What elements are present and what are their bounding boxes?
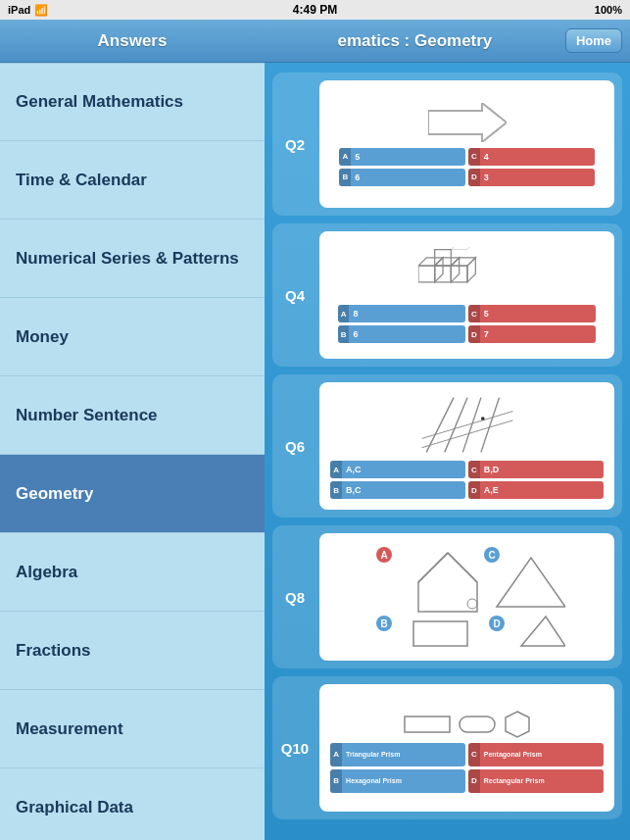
sidebar: General Mathematics Time & Calendar Nume… <box>0 63 265 840</box>
q8-svg: A C B D <box>369 543 565 651</box>
sidebar-item-number-sentence[interactable]: Number Sentence <box>0 376 265 455</box>
sidebar-item-fractions[interactable]: Fractions <box>0 612 265 690</box>
q8-content: A C B D <box>319 539 614 655</box>
question-label-q2: Q2 <box>280 136 310 153</box>
sidebar-label-time-calendar: Time & Calendar <box>16 171 147 190</box>
q6-answer-a[interactable]: A A,C <box>330 461 465 478</box>
svg-line-14 <box>462 398 481 453</box>
q6-answer-d[interactable]: D A,E <box>468 481 604 499</box>
question-image-q10: A Triangular Prism C Pentagonal Prism B … <box>319 684 614 812</box>
status-left: iPad 📶 <box>8 4 48 17</box>
q10-top-shapes <box>403 710 532 739</box>
svg-line-22 <box>418 553 448 582</box>
svg-marker-1 <box>418 266 435 282</box>
q4-answer-a[interactable]: A 8 <box>338 305 465 322</box>
sidebar-item-algebra[interactable]: Algebra <box>0 533 265 612</box>
status-right: 100% <box>595 4 622 16</box>
question-image-q8: A C B D <box>319 533 614 661</box>
question-card-q6: Q6 <box>272 374 622 518</box>
sidebar-label-general-mathematics: General Mathematics <box>16 92 183 112</box>
carrier-label: iPad <box>8 4 30 16</box>
main-container: General Mathematics Time & Calendar Nume… <box>0 63 630 840</box>
arrow-svg <box>428 103 507 142</box>
sidebar-item-geometry[interactable]: Geometry <box>0 455 265 533</box>
q2-answer-c[interactable]: C 4 <box>468 148 595 166</box>
question-label-q4: Q4 <box>280 287 310 304</box>
sidebar-item-general-mathematics[interactable]: General Mathematics <box>0 63 265 141</box>
sidebar-label-geometry: Geometry <box>16 484 93 504</box>
svg-marker-26 <box>497 558 565 607</box>
question-label-q8: Q8 <box>280 589 310 606</box>
q4-answer-options: A 8 C 5 B 6 D 7 <box>338 305 597 343</box>
sidebar-item-numerical-series[interactable]: Numerical Series & Patterns <box>0 220 265 298</box>
svg-point-33 <box>467 599 477 609</box>
svg-rect-35 <box>460 716 495 732</box>
q10-hex-svg <box>503 710 532 739</box>
question-label-q6: Q6 <box>280 438 310 455</box>
svg-rect-34 <box>405 716 450 732</box>
home-button[interactable]: Home <box>565 28 622 53</box>
sidebar-label-graphical-data: Graphical Data <box>16 798 133 817</box>
q10-answer-b[interactable]: B Hexagonal Prism <box>330 769 465 793</box>
svg-line-13 <box>444 398 466 453</box>
svg-marker-21 <box>418 553 477 612</box>
header-title: ematics : Geometry <box>265 31 565 51</box>
q6-answer-options: A A,C C B,D B B,C D A,E <box>330 461 603 499</box>
svg-marker-11 <box>451 247 475 250</box>
q6-answer-c[interactable]: C B,D <box>468 461 604 478</box>
question-card-q2: Q2 A 5 C 4 <box>272 73 622 216</box>
q4-content: A 8 C 5 B 6 D 7 <box>319 243 614 347</box>
wifi-icon: 📶 <box>34 4 48 17</box>
blocks-svg <box>418 247 516 301</box>
sidebar-item-money[interactable]: Money <box>0 298 265 376</box>
svg-marker-36 <box>506 712 529 737</box>
q2-answer-options: A 5 C 4 B 6 D 3 <box>339 148 594 186</box>
question-card-q8: Q8 A C <box>272 525 622 668</box>
sidebar-label-measurement: Measurement <box>16 719 123 739</box>
sidebar-label-fractions: Fractions <box>16 641 91 661</box>
q4-answer-c[interactable]: C 5 <box>468 305 596 322</box>
q10-content: A Triangular Prism C Pentagonal Prism B … <box>319 700 614 797</box>
sidebar-label-number-sentence: Number Sentence <box>16 406 158 425</box>
status-time: 4:49 PM <box>293 3 337 17</box>
sidebar-item-measurement[interactable]: Measurement <box>0 690 265 768</box>
q6-answer-b[interactable]: B B,C <box>330 481 465 499</box>
sidebar-label-numerical-series: Numerical Series & Patterns <box>16 249 239 269</box>
sidebar-label-money: Money <box>16 327 69 347</box>
q2-answer-b[interactable]: B 6 <box>339 169 465 186</box>
svg-text:A: A <box>380 550 387 561</box>
svg-text:D: D <box>493 618 500 629</box>
question-image-q4: A 8 C 5 B 6 D 7 <box>319 231 614 359</box>
svg-line-23 <box>448 553 477 582</box>
q2-answer-a[interactable]: A 5 <box>339 148 465 166</box>
q2-answer-d[interactable]: D 3 <box>468 169 595 186</box>
q10-answer-options: A Triangular Prism C Pentagonal Prism B … <box>330 743 603 793</box>
status-bar: iPad 📶 4:49 PM 100% <box>0 0 630 20</box>
svg-marker-32 <box>521 617 565 646</box>
svg-line-12 <box>426 398 454 453</box>
q10-answer-d[interactable]: D Rectangular Prism <box>468 769 604 793</box>
q4-answer-d[interactable]: D 7 <box>468 325 596 343</box>
svg-marker-9 <box>467 258 475 282</box>
header-answers-label: Answers <box>0 31 265 51</box>
question-image-q2: A 5 C 4 B 6 D 3 <box>319 80 614 208</box>
question-card-q4: Q4 <box>272 223 622 367</box>
sidebar-item-time-calendar[interactable]: Time & Calendar <box>0 141 265 220</box>
q10-answer-a[interactable]: A Triangular Prism <box>330 743 465 766</box>
sidebar-item-graphical-data[interactable]: Graphical Data <box>0 768 265 840</box>
question-label-q10: Q10 <box>280 740 310 757</box>
header-bar: Answers ematics : Geometry Home <box>0 20 630 63</box>
q2-content: A 5 C 4 B 6 D 3 <box>319 97 614 192</box>
lines-svg <box>413 393 521 457</box>
q4-answer-b[interactable]: B 6 <box>338 325 465 343</box>
q10-rounded-svg <box>458 715 497 734</box>
svg-rect-29 <box>413 621 467 646</box>
q10-answer-c[interactable]: C Pentagonal Prism <box>468 743 604 766</box>
content-area: Q2 A 5 C 4 <box>265 63 630 840</box>
svg-text:C: C <box>488 550 495 561</box>
battery-label: 100% <box>595 4 622 16</box>
sidebar-label-algebra: Algebra <box>16 563 77 582</box>
q6-content: A A,C C B,D B B,C D A,E <box>319 389 614 503</box>
svg-marker-0 <box>428 103 507 142</box>
q10-rect-svg <box>403 715 452 734</box>
